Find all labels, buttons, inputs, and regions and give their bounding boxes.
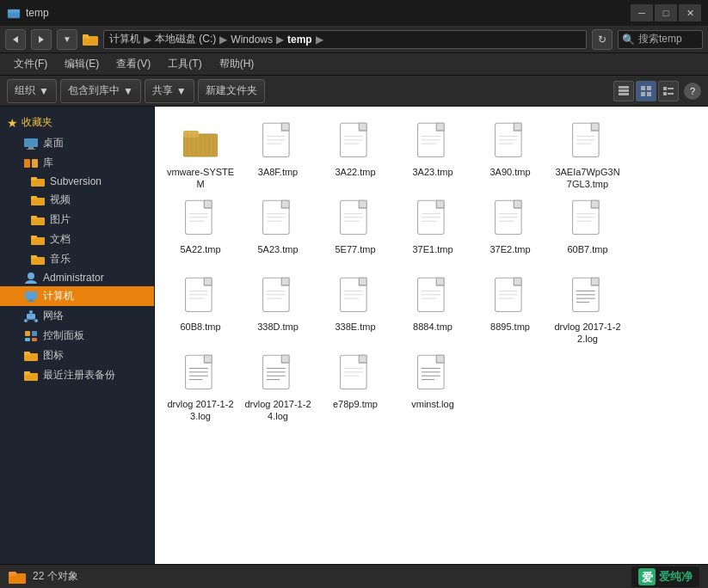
path-sep-2: ▶ (219, 34, 227, 46)
recent-button[interactable]: ▼ (57, 29, 77, 50)
include-label: 包含到库中 (68, 83, 120, 98)
desktop-icon (24, 138, 38, 150)
minimize-button[interactable]: ─ (631, 4, 653, 21)
sidebar-item-videos[interactable]: 视频 (0, 190, 154, 210)
address-path[interactable]: 计算机 ▶ 本地磁盘 (C:) ▶ Windows ▶ temp ▶ (103, 30, 587, 49)
file-icon-wrapper (261, 199, 295, 240)
svg-rect-167 (436, 355, 444, 363)
list-icon (662, 85, 674, 97)
title-bar-title: temp (26, 7, 49, 19)
file-item[interactable]: 5E77.tmp (317, 191, 394, 268)
menu-help[interactable]: 帮助(H) (212, 55, 262, 73)
file-item[interactable]: 3A90.tmp (471, 113, 549, 191)
sidebar-item-administrator[interactable]: Administrator (0, 269, 154, 286)
file-name: 8884.tmp (413, 321, 453, 333)
sidebar-item-documents[interactable]: 文档 (0, 230, 154, 249)
file-item[interactable]: 37E2.tmp (471, 191, 549, 268)
file-icon-wrapper (261, 353, 295, 395)
svg-marker-2 (13, 36, 18, 43)
svg-rect-74 (436, 123, 444, 131)
view-icons-button[interactable] (636, 81, 656, 101)
file-item[interactable]: drvlog 2017-1-24.log (239, 346, 317, 423)
logo-area: 爱 爱纯净 (631, 567, 699, 587)
control-panel-label: 控制面板 (43, 328, 84, 343)
sidebar-item-control-panel[interactable]: 控制面板 (0, 326, 154, 346)
file-item[interactable]: 60B8.tmp (162, 268, 239, 346)
view-details-button[interactable] (613, 81, 634, 101)
file-item[interactable]: 3A23.tmp (394, 113, 471, 191)
file-item[interactable]: drvlog 2017-1-23.log (162, 346, 239, 423)
file-item[interactable]: drvlog 2017-1-22.log (549, 268, 626, 346)
refresh-button[interactable]: ↻ (592, 29, 613, 50)
library-label: 库 (43, 156, 53, 170)
file-item[interactable]: 3A8F.tmp (239, 113, 317, 191)
file-item[interactable]: 3A22.tmp (317, 113, 394, 191)
view-list-button[interactable] (658, 81, 679, 101)
folder-icon (183, 121, 218, 162)
file-icon (570, 199, 605, 240)
subversion-folder-icon (31, 175, 45, 187)
file-item[interactable]: 338D.tmp (239, 268, 317, 346)
maximize-button[interactable]: □ (655, 4, 677, 21)
file-item[interactable]: 5A22.tmp (162, 191, 239, 268)
svg-rect-6 (83, 34, 89, 38)
sidebar-item-computer[interactable]: 计算机 (0, 286, 154, 306)
help-button[interactable]: ? (684, 83, 701, 100)
log-file-icon (183, 353, 218, 395)
new-folder-label: 新建文件夹 (206, 83, 257, 98)
include-button[interactable]: 包含到库中 ▼ (60, 79, 141, 103)
file-item[interactable]: 8884.tmp (394, 268, 471, 346)
back-button[interactable] (5, 29, 26, 50)
path-part-3: Windows (231, 34, 273, 46)
menu-edit[interactable]: 编辑(E) (58, 55, 106, 73)
file-icon-wrapper (338, 276, 372, 317)
search-input[interactable] (638, 34, 699, 46)
svg-rect-119 (204, 278, 212, 285)
svg-rect-20 (27, 149, 35, 150)
file-icon-wrapper (493, 276, 527, 317)
file-item[interactable]: 5A23.tmp (239, 191, 317, 268)
new-folder-button[interactable]: 新建文件夹 (198, 79, 265, 103)
log-file-icon (416, 353, 450, 395)
file-icon-wrapper (183, 353, 218, 395)
menu-view[interactable]: 查看(V) (109, 55, 157, 73)
view-buttons: ? (613, 81, 701, 101)
sidebar-item-desktop[interactable]: 桌面 (0, 133, 154, 153)
svg-rect-99 (359, 200, 366, 208)
file-item[interactable]: vmware-SYSTEM (162, 113, 239, 191)
search-box[interactable]: 🔍 (618, 30, 703, 49)
file-item[interactable]: 60B7.tmp (549, 191, 626, 268)
file-icon-wrapper (183, 121, 218, 162)
address-bar: ▼ 计算机 ▶ 本地磁盘 (C:) ▶ Windows ▶ temp ▶ ↻ 🔍 (0, 26, 708, 53)
menu-file[interactable]: 文件(F) (7, 55, 54, 73)
svg-rect-37 (27, 301, 35, 302)
status-bar: 22 个对象 爱 爱纯净 (0, 564, 708, 588)
forward-button[interactable] (31, 29, 52, 50)
menu-tools[interactable]: 工具(T) (161, 55, 208, 73)
file-item[interactable]: vminst.log (394, 346, 471, 423)
file-name: 5A22.tmp (180, 243, 220, 255)
share-label: 共享 (152, 83, 173, 98)
close-button[interactable]: ✕ (679, 4, 701, 21)
file-item[interactable]: 3AEIa7WpG3N7GL3.tmp (549, 113, 626, 191)
sidebar-item-network[interactable]: 网络 (0, 306, 154, 326)
svg-rect-22 (32, 159, 38, 168)
share-button[interactable]: 共享 ▼ (145, 79, 194, 103)
sidebar-item-subversion[interactable]: Subversion (0, 173, 154, 190)
svg-rect-10 (641, 86, 645, 90)
log-file-icon (261, 353, 295, 395)
file-item[interactable]: 37E1.tmp (394, 191, 471, 268)
file-item[interactable]: e78p9.tmp (317, 346, 394, 423)
file-item[interactable]: 338E.tmp (317, 268, 394, 346)
organize-button[interactable]: 组织 ▼ (7, 79, 57, 103)
file-icon-wrapper (493, 199, 527, 240)
sidebar-item-music[interactable]: 音乐 (0, 249, 154, 269)
sidebar-item-pictures[interactable]: 图片 (0, 210, 154, 230)
sidebar-item-registry-backup[interactable]: 最近注册表备份 (0, 365, 154, 385)
sidebar-item-library[interactable]: 库 (0, 153, 154, 173)
file-icon (338, 276, 372, 317)
share-arrow: ▼ (176, 85, 187, 97)
sidebar-item-icons[interactable]: 图标 (0, 346, 154, 365)
file-item[interactable]: 8895.tmp (471, 268, 549, 346)
search-glass-icon: 🔍 (622, 34, 635, 46)
